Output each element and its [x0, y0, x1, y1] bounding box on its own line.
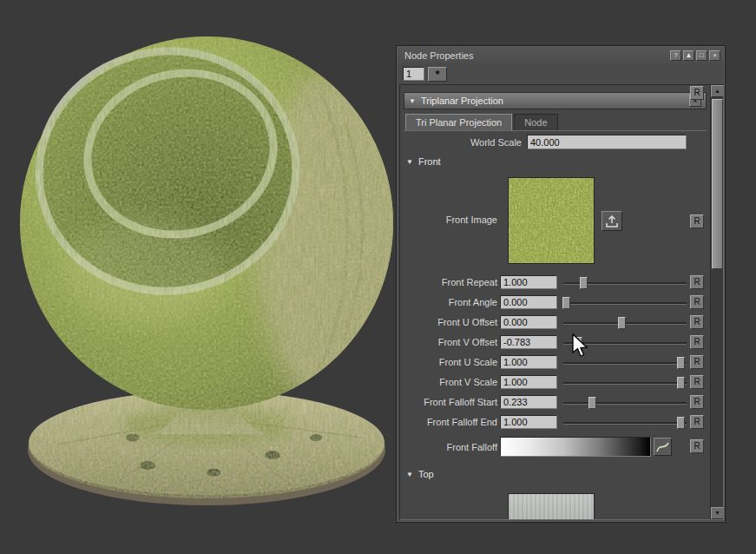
world-scale-label: World Scale — [400, 137, 522, 148]
param-row-front-falloff-end: Front Falloff End R — [400, 414, 706, 432]
section-top[interactable]: ▼ Top — [406, 469, 434, 479]
slider-handle[interactable] — [677, 417, 685, 429]
properties-scroll-area: ▼ Triplanar Projection × Tri Planar Proj… — [399, 84, 724, 520]
falloff-gradient[interactable] — [500, 437, 651, 457]
restore-icon[interactable]: □ — [696, 50, 707, 61]
reset-button[interactable]: R — [690, 214, 704, 228]
window-title: Node Properties — [404, 50, 668, 61]
param-input[interactable] — [500, 275, 557, 289]
param-slider[interactable] — [563, 302, 687, 305]
mouse-cursor — [571, 333, 588, 358]
front-falloff-label: Front Falloff — [400, 442, 497, 452]
param-label: Front Angle — [400, 297, 497, 307]
param-slider[interactable] — [563, 282, 687, 285]
edit-curve-button[interactable] — [654, 438, 672, 456]
param-row-front-repeat: Front Repeat R — [400, 274, 706, 292]
window-titlebar[interactable]: Node Properties ? ▲ □ × — [398, 47, 724, 63]
slider-handle[interactable] — [580, 277, 588, 289]
section-collapse-icon[interactable]: ▼ — [406, 158, 413, 166]
param-input[interactable] — [500, 375, 557, 389]
reset-button[interactable]: R — [690, 315, 704, 329]
tab-node[interactable]: Node — [514, 114, 557, 131]
load-image-icon — [606, 215, 618, 228]
param-label: Front V Scale — [400, 377, 497, 387]
world-scale-input[interactable] — [527, 135, 687, 149]
param-input[interactable] — [500, 395, 557, 409]
slider-handle[interactable] — [562, 297, 570, 309]
param-label: Front Repeat — [400, 277, 497, 287]
curve-icon — [656, 441, 669, 452]
reset-button[interactable]: R — [690, 375, 704, 389]
param-row-front-v-scale: Front V Scale R — [400, 374, 706, 392]
close-icon[interactable]: × — [709, 50, 720, 61]
reset-button[interactable]: R — [690, 415, 704, 429]
help-icon[interactable]: ? — [670, 50, 681, 61]
reset-button[interactable]: R — [690, 86, 704, 100]
param-row-front-angle: Front Angle R — [400, 294, 706, 312]
tab-bar: Tri Planar Projection Node — [405, 114, 558, 131]
tab-triplanar-projection[interactable]: Tri Planar Projection — [405, 114, 512, 131]
node-header[interactable]: ▼ Triplanar Projection × — [404, 92, 707, 109]
section-front-label: Front — [418, 156, 441, 167]
collapse-arrow-icon[interactable]: ▼ — [409, 97, 416, 105]
param-row-front-u-scale: Front U Scale R — [400, 354, 706, 372]
section-collapse-icon[interactable]: ▼ — [406, 471, 413, 478]
scroll-up-icon[interactable]: ▲ — [711, 85, 724, 97]
front-image-label: Front Image — [400, 214, 497, 225]
index-input[interactable] — [403, 67, 424, 81]
tab-divider — [404, 130, 707, 131]
param-row-front-u-offset: Front U Offset R — [400, 314, 706, 332]
param-label: Front Falloff End — [400, 417, 497, 427]
vertical-scrollbar[interactable]: ▲ ▼ — [710, 85, 723, 519]
window-toolbar: * — [398, 63, 724, 84]
param-label: Front U Scale — [400, 357, 497, 367]
reset-button[interactable]: R — [690, 335, 704, 349]
reset-button[interactable]: R — [690, 355, 704, 369]
param-slider[interactable] — [563, 322, 687, 325]
param-label: Front U Offset — [400, 317, 497, 327]
scrollbar-thumb[interactable] — [712, 99, 723, 269]
reset-button[interactable]: R — [690, 295, 704, 309]
param-slider[interactable] — [563, 362, 687, 365]
material-preview-sphere — [16, 10, 394, 511]
grass-thumbnail-image — [509, 178, 595, 264]
node-header-title: Triplanar Projection — [421, 96, 503, 106]
param-input[interactable] — [500, 315, 557, 329]
param-input[interactable] — [500, 355, 557, 369]
front-image-thumbnail[interactable] — [508, 177, 595, 264]
reset-button[interactable]: R — [690, 439, 704, 453]
param-slider[interactable] — [563, 422, 687, 425]
param-input[interactable] — [500, 295, 557, 309]
param-slider[interactable] — [563, 382, 687, 385]
reset-button[interactable]: R — [690, 275, 704, 289]
slider-handle[interactable] — [677, 377, 685, 389]
slider-handle[interactable] — [588, 397, 596, 409]
top-image-thumbnail[interactable] — [508, 493, 595, 520]
slider-handle[interactable] — [677, 357, 685, 369]
param-slider[interactable] — [563, 402, 687, 405]
collapse-icon[interactable]: ▲ — [683, 50, 694, 61]
scroll-down-icon[interactable]: ▼ — [711, 507, 724, 519]
node-properties-window: Node Properties ? ▲ □ × * ▼ Triplanar Pr… — [396, 45, 726, 523]
param-row-front-v-offset: Front V Offset R — [400, 334, 706, 352]
slider-handle[interactable] — [618, 317, 626, 329]
reset-button[interactable]: R — [690, 395, 704, 409]
param-label: Front Falloff Start — [400, 397, 497, 407]
section-top-label: Top — [418, 469, 434, 479]
pin-button[interactable]: * — [428, 67, 447, 82]
param-row-front-falloff-start: Front Falloff Start R — [400, 394, 706, 412]
param-label: Front V Offset — [400, 337, 497, 347]
load-image-button[interactable] — [602, 211, 622, 231]
param-input[interactable] — [500, 335, 557, 349]
section-front[interactable]: ▼ Front — [406, 156, 441, 167]
param-input[interactable] — [500, 415, 557, 429]
